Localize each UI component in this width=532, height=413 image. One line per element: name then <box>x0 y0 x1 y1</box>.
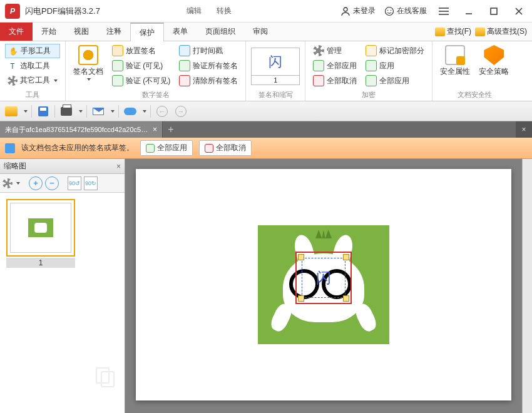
separator <box>118 105 119 118</box>
resize-handle-bl[interactable] <box>298 295 304 302</box>
close-icon[interactable]: × <box>116 162 121 171</box>
advfind-label: 高级查找(S) <box>487 26 527 37</box>
zoom-in[interactable]: + <box>29 176 43 190</box>
menu-protect[interactable]: 保护 <box>130 23 164 41</box>
workspace: 缩略图 × + − 90↺ 90↻ 1 <box>0 159 532 413</box>
printer-icon <box>61 107 72 116</box>
applyall-label: 全部应用 <box>327 61 357 71</box>
close-all-tabs[interactable]: × <box>516 121 532 138</box>
signature-selection[interactable]: 闪 <box>295 252 352 304</box>
hand-tool[interactable]: ✋ 手形工具 <box>5 44 60 58</box>
add-tab-button[interactable]: + <box>163 121 179 138</box>
clear-all-label: 清除所有签名 <box>193 76 238 86</box>
menu-view[interactable]: 视图 <box>65 23 98 41</box>
thumb-image <box>28 218 53 237</box>
menu-right: 查找(F) 高级查找(S) <box>435 23 532 41</box>
doc-lock-icon <box>445 45 465 65</box>
svg-rect-11 <box>96 368 109 383</box>
apply-label: 应用 <box>379 61 394 71</box>
menu-comment[interactable]: 注释 <box>98 23 130 41</box>
hamburger-menu[interactable] <box>436 3 452 19</box>
timestamp[interactable]: 打时间戳 <box>176 44 240 58</box>
maximize-button[interactable] <box>486 3 502 19</box>
svg-point-0 <box>344 8 347 11</box>
mail-button[interactable] <box>91 104 106 119</box>
open-button[interactable] <box>4 104 19 119</box>
clear-all-icon <box>179 75 190 86</box>
ribbon-group-tools: ✋ 手形工具 T 选取工具 其它工具 工具 <box>0 41 66 101</box>
menu-organize[interactable]: 页面组织 <box>197 23 244 41</box>
zoom-out[interactable]: − <box>45 176 59 190</box>
mark-label: 标记加密部分 <box>379 46 424 56</box>
chevron-down-icon[interactable] <box>143 110 146 113</box>
chevron-down-icon <box>87 78 91 81</box>
encrypt-apply-all[interactable]: 全部应用 <box>310 59 359 73</box>
chevron-down-icon[interactable] <box>24 110 28 113</box>
canvas-area: 闪 <box>125 159 532 413</box>
minimize-button[interactable] <box>461 3 477 19</box>
thumbnail-page[interactable] <box>6 199 75 257</box>
close-button[interactable] <box>511 3 527 19</box>
place-signature[interactable]: 放置签名 <box>110 44 173 58</box>
print-button[interactable] <box>59 104 74 119</box>
save-button[interactable] <box>36 104 51 119</box>
rotate-ccw[interactable]: 90↺ <box>68 176 81 190</box>
find-button[interactable]: 查找(F) <box>435 26 471 37</box>
nav-back[interactable]: ← <box>155 104 170 119</box>
gear-icon[interactable] <box>3 178 13 188</box>
advfind-icon <box>475 27 485 37</box>
sign-document[interactable]: 签名文档 <box>71 44 106 82</box>
apply-all-icon <box>366 75 377 86</box>
menu-form[interactable]: 表单 <box>164 23 197 41</box>
verify-visible[interactable]: 验证 (可见) <box>110 59 173 73</box>
clear-all-sig[interactable]: 清除所有签名 <box>176 74 240 88</box>
support-link[interactable]: 在线客服 <box>384 6 427 16</box>
advanced-find-button[interactable]: 高级查找(S) <box>475 26 527 37</box>
page[interactable]: 闪 <box>136 169 511 400</box>
resize-handle-tr[interactable] <box>343 254 349 260</box>
resize-handle-br[interactable] <box>343 295 349 302</box>
chevron-down-icon[interactable] <box>79 110 83 113</box>
menu-review[interactable]: 审阅 <box>244 23 277 41</box>
ribbon-group-encrypt: 管理 全部应用 全部取消 标记加密部分 应用 全部应用 加密 <box>305 41 432 101</box>
cloud-button[interactable] <box>123 104 138 119</box>
subtab-edit[interactable]: 编辑 <box>182 4 207 18</box>
hand-icon: ✋ <box>8 46 18 56</box>
menu-file[interactable]: 文件 <box>0 23 33 41</box>
encrypt-apply-all2[interactable]: 全部应用 <box>363 74 427 88</box>
verify-invisible[interactable]: 验证 (不可见) <box>110 74 173 88</box>
canvas-scroll[interactable]: 闪 <box>125 159 522 413</box>
thumbnails-list[interactable]: 1 <box>0 193 125 413</box>
notice-cancel-all[interactable]: 全部取消 <box>199 140 252 156</box>
menu-start[interactable]: 开始 <box>33 23 65 41</box>
page-image: 闪 <box>258 225 389 344</box>
close-icon[interactable]: × <box>153 125 157 134</box>
select-tool[interactable]: T 选取工具 <box>5 59 60 73</box>
encrypt-manage[interactable]: 管理 <box>310 44 359 58</box>
mark-encrypt[interactable]: 标记加密部分 <box>363 44 427 58</box>
chevron-down-icon[interactable] <box>16 182 20 185</box>
other-tools[interactable]: 其它工具 <box>5 74 60 87</box>
sig-preview-group-label: 签名和缩写 <box>251 89 300 99</box>
verify-vis-icon <box>112 60 123 71</box>
encrypt-apply[interactable]: 应用 <box>363 59 427 73</box>
encrypt-cancel-all[interactable]: 全部取消 <box>310 74 359 88</box>
document-tab[interactable]: 来自于afc1ea8376515472fe590fccd42a20c5_resi… <box>0 121 163 138</box>
rotate-cw[interactable]: 90↻ <box>84 176 98 190</box>
verify-invis-icon <box>112 75 123 86</box>
signature-glyph: 闪 <box>302 258 345 298</box>
verify-all[interactable]: 验证所有签名 <box>176 59 240 73</box>
ribbon-group-security: 安全属性 安全策略 文档安全性 <box>432 41 516 101</box>
subtab-convert[interactable]: 转换 <box>212 4 237 18</box>
find-icon <box>435 27 445 37</box>
text-cursor-icon: T <box>8 61 18 71</box>
vertical-scrollbar[interactable] <box>522 159 532 413</box>
security-props[interactable]: 安全属性 <box>437 44 473 78</box>
resize-handle-tl[interactable] <box>298 254 304 260</box>
nav-forward[interactable]: → <box>173 104 188 119</box>
notice-apply-all[interactable]: 全部应用 <box>140 140 193 156</box>
chevron-down-icon[interactable] <box>111 110 115 113</box>
security-policy[interactable]: 安全策略 <box>476 44 511 78</box>
signature-preview[interactable]: 闪 1 <box>251 48 300 85</box>
login-status[interactable]: 未登录 <box>340 6 376 16</box>
